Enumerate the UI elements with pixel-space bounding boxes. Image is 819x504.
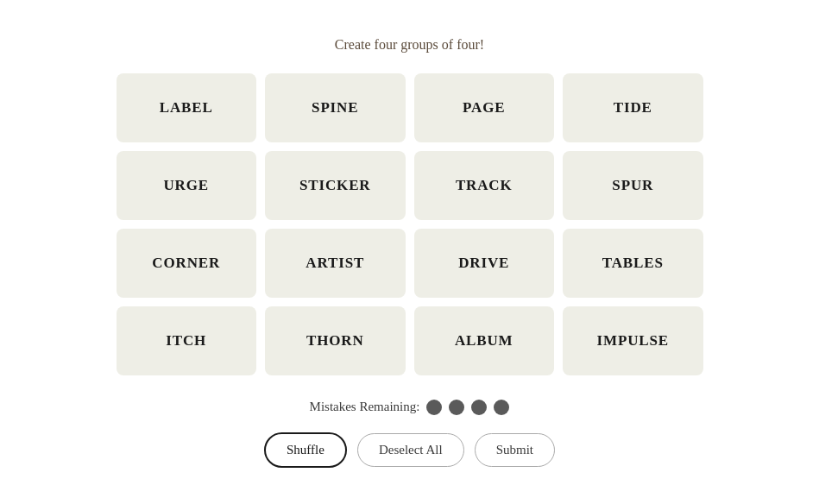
mistakes-row: Mistakes Remaining: xyxy=(310,400,510,415)
tile-thorn[interactable]: THORN xyxy=(265,306,406,375)
tile-drive[interactable]: DRIVE xyxy=(414,229,555,298)
tile-track[interactable]: TRACK xyxy=(414,151,555,220)
tile-sticker[interactable]: STICKER xyxy=(265,151,406,220)
tile-tide[interactable]: TIDE xyxy=(563,73,703,142)
shuffle-button[interactable]: Shuffle xyxy=(264,432,347,468)
action-buttons-row: Shuffle Deselect All Submit xyxy=(264,432,555,468)
mistakes-dots xyxy=(426,400,509,415)
page-container: Create four groups of four! LABELSPINEPA… xyxy=(117,37,703,468)
mistakes-label: Mistakes Remaining: xyxy=(310,400,420,414)
instructions-text: Create four groups of four! xyxy=(335,37,484,53)
tile-label[interactable]: LABEL xyxy=(117,73,257,142)
tile-album[interactable]: ALBUM xyxy=(414,306,555,375)
tile-spur[interactable]: SPUR xyxy=(563,151,703,220)
tile-corner[interactable]: CORNER xyxy=(117,229,257,298)
tile-itch[interactable]: ITCH xyxy=(117,306,257,375)
tile-tables[interactable]: TABLES xyxy=(563,229,703,298)
word-grid: LABELSPINEPAGETIDEURGESTICKERTRACKSPURCO… xyxy=(117,73,703,375)
mistake-dot-4 xyxy=(494,400,509,415)
tile-urge[interactable]: URGE xyxy=(117,151,257,220)
tile-page[interactable]: PAGE xyxy=(414,73,555,142)
submit-button[interactable]: Submit xyxy=(475,433,555,467)
tile-spine[interactable]: SPINE xyxy=(265,73,406,142)
mistake-dot-1 xyxy=(426,400,442,415)
deselect-all-button[interactable]: Deselect All xyxy=(357,433,464,467)
tile-impulse[interactable]: IMPULSE xyxy=(563,306,703,375)
mistake-dot-2 xyxy=(449,400,464,415)
mistake-dot-3 xyxy=(471,400,487,415)
tile-artist[interactable]: ARTIST xyxy=(265,229,406,298)
